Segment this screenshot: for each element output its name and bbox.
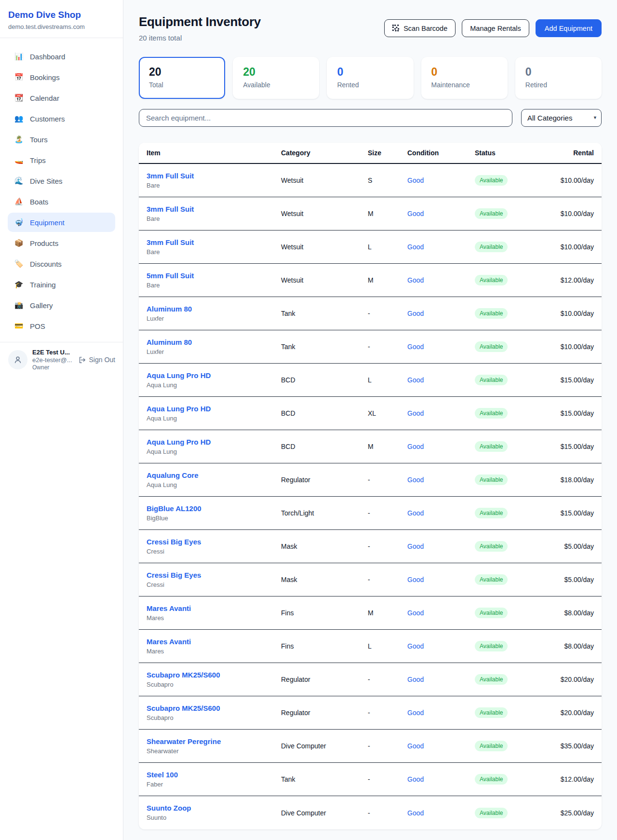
- sidebar-item-pos[interactable]: 💳 POS: [8, 316, 115, 336]
- category-select-wrap: All Categories ▼: [521, 109, 602, 127]
- condition-link[interactable]: Good: [407, 343, 424, 351]
- sidebar-item-bookings[interactable]: 📅 Bookings: [8, 68, 115, 87]
- condition-link[interactable]: Good: [407, 709, 424, 717]
- item-link[interactable]: 3mm Full Suit: [147, 172, 281, 180]
- stat-card-rented[interactable]: 0 Rented: [327, 57, 413, 99]
- item-link[interactable]: Cressi Big Eyes: [147, 538, 281, 546]
- sign-out-button[interactable]: Sign Out: [78, 356, 115, 364]
- condition-link[interactable]: Good: [407, 310, 424, 317]
- stat-card-total[interactable]: 20 Total: [139, 57, 225, 99]
- condition-link[interactable]: Good: [407, 509, 424, 517]
- item-link[interactable]: Aqua Lung Pro HD: [147, 438, 281, 447]
- status-badge: Available: [475, 608, 508, 618]
- sidebar-item-products[interactable]: 📦 Products: [8, 233, 115, 253]
- condition-link[interactable]: Good: [407, 676, 424, 683]
- item-link[interactable]: Shearwater Peregrine: [147, 737, 281, 746]
- condition-link[interactable]: Good: [407, 443, 424, 450]
- status-badge: Available: [475, 774, 508, 785]
- add-equipment-button[interactable]: Add Equipment: [536, 19, 602, 37]
- status-badge: Available: [475, 408, 508, 419]
- sidebar-item-label: Discounts: [30, 260, 62, 268]
- sidebar-item-discounts[interactable]: 🏷️ Discounts: [8, 254, 115, 273]
- stat-card-available[interactable]: 20 Available: [233, 57, 319, 99]
- stat-label: Retired: [525, 81, 591, 89]
- sidebar-item-trips[interactable]: 🚤 Trips: [8, 150, 115, 170]
- category-select[interactable]: All Categories: [521, 109, 602, 127]
- condition-link[interactable]: Good: [407, 409, 424, 417]
- status-badge: Available: [475, 308, 508, 319]
- condition-link[interactable]: Good: [407, 376, 424, 384]
- status-badge: Available: [475, 808, 508, 818]
- item-size: -: [368, 809, 407, 817]
- item-rental: $8.00/day: [557, 609, 594, 617]
- item-link[interactable]: Suunto Zoop: [147, 804, 281, 813]
- table-body: 3mm Full Suit Bare Wetsuit S Good Availa…: [139, 164, 602, 829]
- scan-barcode-button[interactable]: Scan Barcode: [384, 19, 456, 37]
- item-brand: Luxfer: [147, 348, 281, 356]
- item-category: Dive Computer: [281, 809, 368, 817]
- sidebar-item-dashboard[interactable]: 📊 Dashboard: [8, 47, 115, 66]
- condition-link[interactable]: Good: [407, 276, 424, 284]
- user-meta: E2E Test U... e2e-tester@... Owner: [32, 349, 73, 371]
- item-link[interactable]: 3mm Full Suit: [147, 205, 281, 214]
- sidebar-item-calendar[interactable]: 📆 Calendar: [8, 88, 115, 108]
- item-link[interactable]: Scubapro MK25/S600: [147, 671, 281, 679]
- condition-link[interactable]: Good: [407, 742, 424, 750]
- status-badge: Available: [475, 508, 508, 518]
- stat-card-retired[interactable]: 0 Retired: [515, 57, 602, 99]
- condition-link[interactable]: Good: [407, 476, 424, 484]
- condition-link[interactable]: Good: [407, 210, 424, 217]
- item-category: Regulator: [281, 709, 368, 717]
- sidebar-item-boats[interactable]: ⛵ Boats: [8, 192, 115, 211]
- item-link[interactable]: BigBlue AL1200: [147, 504, 281, 513]
- item-rental: $25.00/day: [557, 809, 594, 817]
- sidebar-item-label: Calendar: [30, 94, 59, 102]
- sidebar-item-dive-sites[interactable]: 🌊 Dive Sites: [8, 171, 115, 190]
- condition-link[interactable]: Good: [407, 176, 424, 184]
- item-rental: $15.00/day: [557, 509, 594, 517]
- stat-card-maintenance[interactable]: 0 Maintenance: [421, 57, 508, 99]
- item-brand: Mares: [147, 648, 281, 655]
- sidebar-item-tours[interactable]: 🏝️ Tours: [8, 130, 115, 149]
- sidebar-item-label: Equipment: [30, 218, 65, 227]
- status-badge: Available: [475, 541, 508, 552]
- sidebar-item-training[interactable]: 🎓 Training: [8, 275, 115, 294]
- condition-link[interactable]: Good: [407, 243, 424, 251]
- item-brand: Bare: [147, 182, 281, 190]
- item-link[interactable]: 3mm Full Suit: [147, 238, 281, 247]
- sidebar-item-equipment[interactable]: 🤿 Equipment: [8, 213, 115, 232]
- item-link[interactable]: Aluminum 80: [147, 338, 281, 347]
- stat-value: 0: [525, 66, 591, 78]
- item-brand: Suunto: [147, 814, 281, 822]
- item-brand: Mares: [147, 614, 281, 622]
- condition-link[interactable]: Good: [407, 642, 424, 650]
- table-row: Aqua Lung Pro HD Aqua Lung BCD XL Good A…: [139, 397, 602, 430]
- item-link[interactable]: Steel 100: [147, 771, 281, 779]
- condition-link[interactable]: Good: [407, 576, 424, 583]
- shop-name[interactable]: Demo Dive Shop: [8, 10, 115, 20]
- status-badge: Available: [475, 674, 508, 685]
- item-link[interactable]: 5mm Full Suit: [147, 271, 281, 280]
- table-row: Aqua Lung Pro HD Aqua Lung BCD M Good Av…: [139, 430, 602, 463]
- scan-barcode-label: Scan Barcode: [403, 25, 447, 32]
- item-link[interactable]: Aluminum 80: [147, 305, 281, 313]
- manage-rentals-button[interactable]: Manage Rentals: [462, 19, 529, 37]
- item-link[interactable]: Cressi Big Eyes: [147, 571, 281, 580]
- item-link[interactable]: Mares Avanti: [147, 637, 281, 646]
- condition-link[interactable]: Good: [407, 809, 424, 817]
- item-link[interactable]: Aqualung Core: [147, 471, 281, 480]
- tear-calendar-icon: 📆: [14, 94, 24, 102]
- table-header-row: Item Category Size Condition Status Rent…: [139, 143, 602, 164]
- item-link[interactable]: Mares Avanti: [147, 604, 281, 613]
- condition-link[interactable]: Good: [407, 542, 424, 550]
- condition-link[interactable]: Good: [407, 609, 424, 617]
- item-link[interactable]: Aqua Lung Pro HD: [147, 371, 281, 380]
- sidebar-item-gallery[interactable]: 📸 Gallery: [8, 296, 115, 315]
- item-link[interactable]: Scubapro MK25/S600: [147, 704, 281, 713]
- stat-value: 20: [149, 66, 215, 78]
- item-link[interactable]: Aqua Lung Pro HD: [147, 405, 281, 413]
- status-badge: Available: [475, 242, 508, 252]
- condition-link[interactable]: Good: [407, 775, 424, 783]
- search-input[interactable]: [139, 109, 512, 127]
- sidebar-item-customers[interactable]: 👥 Customers: [8, 109, 115, 128]
